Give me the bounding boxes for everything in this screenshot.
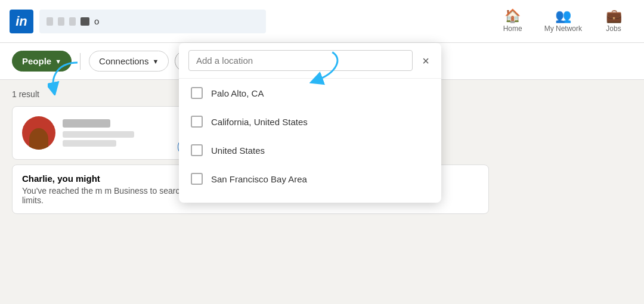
jobs-icon: 💼	[606, 10, 622, 23]
checkbox-palo-alto[interactable]	[191, 87, 203, 99]
location-label-california: California, United States	[211, 117, 308, 127]
checkbox-sf-bay-area[interactable]	[191, 173, 203, 185]
location-search-input[interactable]	[188, 50, 413, 71]
avatar-figure	[29, 128, 48, 150]
location-dropdown: × Palo Alto, CA California, United State…	[179, 43, 441, 203]
top-navigation: in 🏠 Home 👥 My Network 💼 Jobs	[0, 0, 644, 43]
people-filter-button[interactable]: People ▼	[12, 51, 72, 72]
network-icon: 👥	[555, 10, 571, 23]
search-blur-3	[80, 17, 90, 26]
main-nav: 🏠 Home 👥 My Network 💼 Jobs	[492, 5, 634, 38]
people-chevron-icon: ▼	[55, 58, 61, 65]
search-blur-1	[58, 17, 64, 26]
connections-chevron-icon: ▼	[152, 58, 159, 65]
checkbox-california[interactable]	[191, 116, 203, 128]
person-detail-blur-1	[63, 131, 134, 138]
location-label-sf-bay-area: San Francisco Bay Area	[211, 174, 307, 184]
location-label-palo-alto: Palo Alto, CA	[211, 88, 264, 98]
nav-home[interactable]: 🏠 Home	[492, 5, 534, 38]
location-option-palo-alto[interactable]: Palo Alto, CA	[179, 79, 441, 107]
location-option-united-states[interactable]: United States	[179, 136, 441, 165]
avatar	[22, 116, 55, 150]
nav-jobs[interactable]: 💼 Jobs	[593, 5, 634, 38]
location-option-sf-bay-area[interactable]: San Francisco Bay Area	[179, 165, 441, 193]
nav-my-network[interactable]: 👥 My Network	[536, 5, 590, 38]
home-icon: 🏠	[504, 10, 521, 23]
search-bar-container	[39, 10, 266, 33]
person-name-blur	[63, 119, 110, 128]
location-label-united-states: United States	[211, 145, 265, 156]
search-icon	[47, 17, 53, 26]
location-option-california[interactable]: California, United States	[179, 107, 441, 136]
connections-filter-button[interactable]: Connections ▼	[89, 51, 169, 72]
checkbox-united-states[interactable]	[191, 144, 203, 156]
linkedin-logo[interactable]: in	[10, 10, 33, 33]
filter-divider	[80, 53, 80, 70]
search-blur-2	[69, 17, 76, 26]
dropdown-header: ×	[179, 43, 441, 79]
search-input[interactable]	[94, 16, 259, 26]
close-dropdown-button[interactable]: ×	[420, 52, 432, 69]
person-detail-blur-2	[63, 140, 116, 147]
